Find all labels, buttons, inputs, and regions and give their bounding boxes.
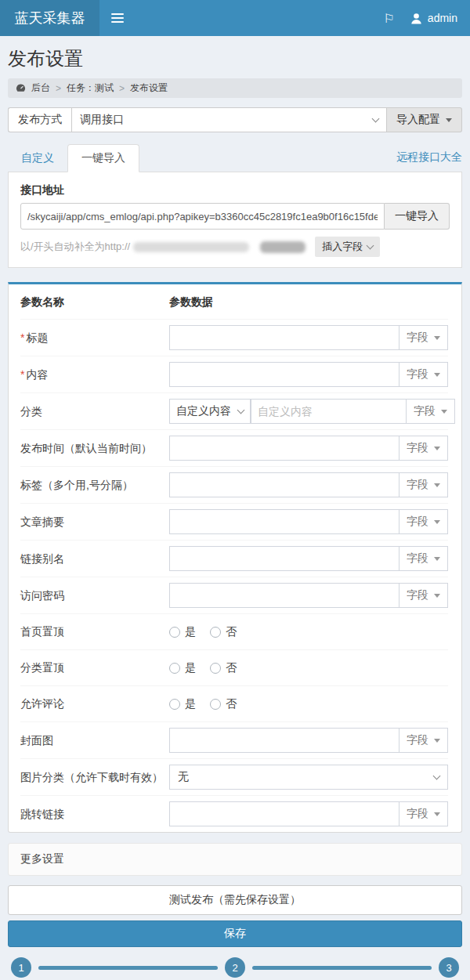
radio-option[interactable]: 否: [210, 625, 237, 639]
param-name-column-header: 参数名称: [20, 295, 169, 309]
param-row: 链接别名字段: [20, 540, 448, 577]
param-label: 发布时间（默认当前时间）: [20, 441, 169, 455]
radio-option[interactable]: 是: [169, 697, 196, 711]
field-dropdown-button[interactable]: 字段: [400, 362, 448, 387]
radio-button[interactable]: [210, 699, 221, 710]
publish-tabs: 自定义 一键导入 远程接口大全: [8, 144, 462, 172]
param-select[interactable]: 无: [169, 765, 448, 790]
remote-api-link[interactable]: 远程接口大全: [396, 150, 462, 172]
api-address-input[interactable]: [20, 203, 385, 230]
radio-group: 是否: [169, 697, 237, 711]
radio-option[interactable]: 否: [210, 697, 237, 711]
tab-custom[interactable]: 自定义: [8, 145, 67, 172]
chevron-down-icon: [433, 772, 441, 779]
breadcrumb-separator: >: [56, 83, 61, 94]
publish-method-select[interactable]: 调用接口: [71, 107, 387, 132]
app-logo[interactable]: 蓝天采集器: [0, 0, 99, 36]
param-row: 标签（多个用,号分隔）字段: [20, 466, 448, 503]
param-input[interactable]: [169, 325, 400, 350]
param-label: 分类置顶: [20, 660, 169, 674]
step-circle-3[interactable]: 3: [439, 957, 459, 978]
field-dropdown-button[interactable]: 字段: [400, 472, 448, 497]
breadcrumb-item-task[interactable]: 任务：测试: [67, 81, 114, 95]
radio-button[interactable]: [210, 663, 221, 674]
param-label: 跳转链接: [20, 807, 169, 821]
caret-down-icon: [434, 812, 440, 816]
param-label: 分类: [20, 404, 169, 418]
radio-label: 否: [226, 661, 237, 675]
radio-label: 是: [185, 697, 196, 711]
field-dropdown-button[interactable]: 字段: [400, 801, 448, 826]
caret-down-icon: [434, 594, 440, 598]
step-circle-2[interactable]: 2: [225, 957, 245, 978]
api-hint-text: 以/开头自动补全为http://: [20, 240, 130, 254]
insert-field-label: 插入字段: [322, 240, 363, 254]
steps-track: 1 2 3: [11, 957, 459, 978]
field-dropdown-label: 字段: [407, 807, 428, 821]
param-input-group: 字段: [169, 472, 448, 497]
param-input[interactable]: [251, 399, 407, 424]
param-input[interactable]: [169, 436, 400, 461]
param-data: 是否: [169, 625, 448, 639]
field-dropdown-button[interactable]: 字段: [407, 399, 455, 424]
radio-label: 是: [185, 661, 196, 675]
caret-down-icon: [434, 557, 440, 561]
param-label: 文章摘要: [20, 515, 169, 529]
field-dropdown-button[interactable]: 字段: [400, 728, 448, 753]
radio-option[interactable]: 否: [210, 661, 237, 675]
param-row: 分类自定义内容字段: [20, 392, 448, 429]
radio-button[interactable]: [169, 699, 180, 710]
param-mini-select[interactable]: 自定义内容: [169, 399, 251, 424]
param-input[interactable]: [169, 546, 400, 571]
radio-label: 是: [185, 625, 196, 639]
param-input[interactable]: [169, 801, 400, 826]
params-rows: *标题字段*内容字段分类自定义内容字段发布时间（默认当前时间）字段标签（多个用,…: [20, 319, 448, 832]
step-circle-1[interactable]: 1: [11, 957, 31, 978]
user-menu[interactable]: admin: [410, 12, 457, 24]
field-dropdown-button[interactable]: 字段: [400, 436, 448, 461]
save-button[interactable]: 保存: [8, 920, 462, 947]
param-row: 发布时间（默认当前时间）字段: [20, 429, 448, 466]
param-input-group: 字段: [169, 362, 448, 387]
param-data: 字段: [169, 801, 448, 826]
insert-field-button[interactable]: 插入字段: [315, 237, 380, 257]
radio-button[interactable]: [210, 627, 221, 638]
param-row: 首页置顶是否: [20, 613, 448, 649]
import-config-button[interactable]: 导入配置: [387, 107, 462, 132]
radio-button[interactable]: [169, 663, 180, 674]
field-dropdown-button[interactable]: 字段: [400, 325, 448, 350]
more-settings-header[interactable]: 更多设置: [8, 843, 462, 876]
flag-icon[interactable]: ⚐: [384, 11, 395, 26]
param-input[interactable]: [169, 583, 400, 608]
param-input[interactable]: [169, 362, 400, 387]
breadcrumb-item-home[interactable]: 后台: [31, 81, 50, 95]
top-navbar: 蓝天采集器 ⚐ admin: [0, 0, 470, 36]
field-dropdown-label: 字段: [407, 478, 428, 492]
params-header: 参数名称 参数数据: [20, 284, 448, 319]
tab-one-click-import[interactable]: 一键导入: [67, 144, 139, 172]
api-address-label: 接口地址: [20, 183, 450, 197]
test-publish-button[interactable]: 测试发布（需先保存设置）: [8, 885, 462, 915]
param-row: 封面图字段: [20, 721, 448, 758]
field-dropdown-button[interactable]: 字段: [400, 509, 448, 534]
radio-option[interactable]: 是: [169, 661, 196, 675]
radio-button[interactable]: [169, 627, 180, 638]
radio-option[interactable]: 是: [169, 625, 196, 639]
chevron-down-icon: [372, 114, 380, 122]
chevron-down-icon: [367, 241, 374, 249]
param-label: *标题: [20, 331, 169, 345]
sidebar-toggle-button[interactable]: [99, 0, 136, 36]
param-data: 是否: [169, 661, 448, 675]
param-data: 字段: [169, 583, 448, 608]
field-dropdown-label: 字段: [407, 551, 428, 566]
param-row: 图片分类（允许下载时有效）无: [20, 758, 448, 795]
param-row: 访问密码字段: [20, 577, 448, 613]
one-click-import-button[interactable]: 一键导入: [385, 203, 450, 230]
param-data: 字段: [169, 362, 448, 387]
param-input[interactable]: [169, 728, 400, 753]
field-dropdown-button[interactable]: 字段: [400, 583, 448, 608]
param-input-group: 字段: [169, 583, 448, 608]
param-input[interactable]: [169, 509, 400, 534]
param-input[interactable]: [169, 472, 400, 497]
field-dropdown-button[interactable]: 字段: [400, 546, 448, 571]
